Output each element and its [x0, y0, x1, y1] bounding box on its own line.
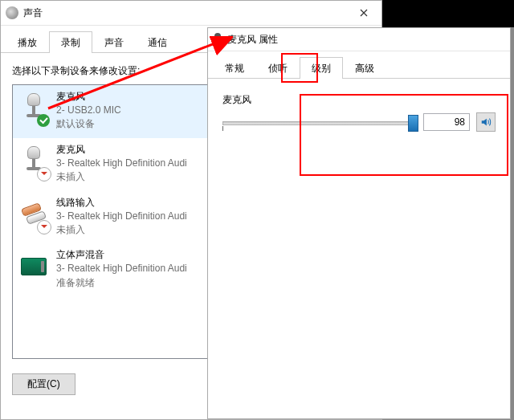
level-label: 麦克风	[222, 93, 496, 107]
tab-advanced[interactable]: 高级	[343, 57, 386, 79]
device-text: 麦克风 3- Realtek High Definition Audi 未插入	[56, 143, 187, 185]
device-status: 未插入	[56, 170, 187, 184]
device-text: 线路输入 3- Realtek High Definition Audi 未插入	[56, 196, 187, 238]
mic-level-slider[interactable]	[222, 110, 417, 134]
device-status: 准备就绪	[56, 276, 187, 290]
props-titlebar: 麦克风 属性	[208, 28, 510, 51]
device-icon	[19, 248, 48, 287]
sound-close-button[interactable]	[346, 1, 381, 25]
default-check-icon	[37, 114, 50, 127]
level-row: 98	[222, 110, 496, 134]
background-black-bar	[382, 0, 514, 27]
sound-title: 声音	[23, 6, 346, 20]
tab-levels[interactable]: 级别	[300, 57, 343, 79]
device-icon	[19, 90, 48, 128]
tab-general[interactable]: 常规	[213, 57, 256, 79]
device-name: 麦克风	[56, 143, 187, 157]
device-text: 立体声混音 3- Realtek High Definition Audi 准备…	[56, 248, 187, 290]
props-body: 麦克风 98	[208, 79, 510, 149]
tab-playback[interactable]: 播放	[6, 31, 49, 53]
device-name: 线路输入	[56, 196, 187, 210]
device-desc: 3- Realtek High Definition Audi	[56, 157, 187, 170]
device-name: 立体声混音	[56, 248, 187, 262]
speaker-icon	[480, 116, 492, 128]
mic-properties-dialog: 麦克风 属性 常规 侦听 级别 高级 麦克风 98	[207, 27, 511, 419]
device-text: 麦克风 2- USB2.0 MIC 默认设备	[56, 90, 121, 132]
slider-track	[222, 121, 417, 125]
unplugged-icon	[37, 167, 51, 181]
close-icon	[360, 9, 368, 17]
device-desc: 2- USB2.0 MIC	[56, 104, 121, 117]
device-name: 麦克风	[56, 90, 121, 104]
tab-communications[interactable]: 通信	[136, 31, 179, 53]
props-title: 麦克风 属性	[227, 33, 278, 47]
tab-recording[interactable]: 录制	[49, 31, 92, 53]
microphone-icon	[26, 93, 42, 114]
props-tabs: 常规 侦听 级别 高级	[208, 51, 510, 79]
device-icon	[19, 143, 48, 181]
mic-level-value[interactable]: 98	[423, 113, 470, 131]
tab-sounds[interactable]: 声音	[92, 31, 136, 53]
device-status: 未插入	[56, 223, 187, 237]
device-status: 默认设备	[56, 117, 121, 131]
slider-thumb[interactable]	[408, 115, 418, 132]
tab-listen[interactable]: 侦听	[256, 57, 300, 79]
device-desc: 3- Realtek High Definition Audi	[56, 262, 187, 275]
slider-tick-min	[222, 126, 223, 131]
configure-button[interactable]: 配置(C)	[12, 373, 75, 395]
sound-card-icon	[21, 258, 47, 275]
device-desc: 3- Realtek High Definition Audi	[56, 210, 187, 223]
microphone-icon	[213, 33, 222, 46]
sound-titlebar: 声音	[1, 1, 381, 26]
microphone-icon	[26, 146, 42, 167]
device-icon	[19, 196, 48, 234]
mute-toggle-button[interactable]	[476, 112, 496, 132]
unplugged-icon	[37, 220, 51, 234]
sound-app-icon	[6, 6, 18, 19]
